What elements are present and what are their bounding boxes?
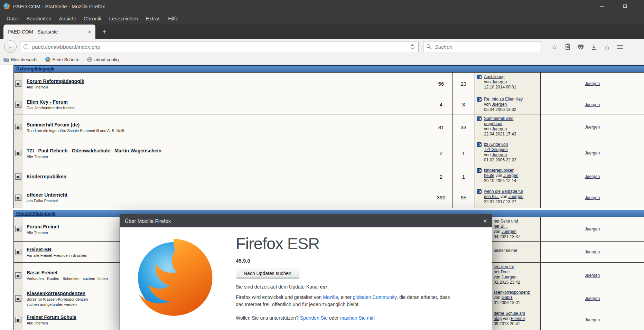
firefox-app-icon bbox=[3, 3, 10, 9]
last-post-topic-link[interactable]: tzi /Ende von bbox=[484, 142, 508, 147]
forum-link[interactable]: Freinet-BR bbox=[27, 247, 52, 252]
moderator-link[interactable]: Juergen bbox=[585, 249, 600, 254]
last-post-topic-link[interactable]: derne Schule am bbox=[494, 311, 525, 316]
forum-link[interactable]: TZI - Paul Geheeb - Odenwaldschule - Mar… bbox=[27, 148, 161, 153]
moderator-link[interactable]: Juergen bbox=[585, 102, 600, 107]
goto-last-post-icon[interactable] bbox=[477, 168, 482, 173]
url-input[interactable] bbox=[31, 44, 410, 50]
open-menu-button[interactable] bbox=[614, 39, 627, 55]
moderator-link[interactable]: Juergen bbox=[585, 125, 600, 130]
get-involved-link[interactable]: machen Sie mit! bbox=[340, 315, 375, 321]
bookmark-star-button[interactable]: ☆ bbox=[548, 39, 561, 55]
search-input[interactable] bbox=[434, 44, 538, 50]
minimize-button[interactable] bbox=[594, 0, 610, 12]
goto-last-post-icon[interactable] bbox=[477, 189, 482, 194]
last-post-topic-link[interactable]: umgebaut bbox=[484, 121, 502, 126]
moderator-link[interactable]: Juergen bbox=[585, 273, 600, 278]
last-post-topic-link[interactable]: heute bbox=[484, 173, 494, 178]
downloads-button[interactable] bbox=[587, 39, 600, 55]
url-bar[interactable] bbox=[20, 41, 419, 52]
new-tab-button[interactable]: + bbox=[99, 27, 110, 37]
forum-description: Alle Themen bbox=[27, 85, 426, 89]
bookmark-about-config[interactable]: about:config bbox=[87, 57, 119, 62]
goto-last-post-icon[interactable] bbox=[477, 75, 482, 79]
menu-lesezeichen[interactable]: Lesezeichen bbox=[105, 12, 142, 25]
window-title: PAED.COM - Startseite - Mozilla Firefox bbox=[13, 3, 105, 9]
menu-ansicht[interactable]: Ansicht bbox=[55, 12, 80, 25]
last-post-topic-link[interactable]: net-Druc... bbox=[494, 270, 513, 274]
last-post-author-link[interactable]: Etienne bbox=[511, 316, 525, 321]
global-community-link[interactable]: globalen Community bbox=[353, 294, 397, 300]
back-button[interactable]: ← bbox=[4, 40, 17, 53]
last-post-topic-link[interactable]: wenn die Beiträge für bbox=[484, 189, 523, 194]
goto-last-post-icon[interactable] bbox=[477, 97, 482, 102]
bookmark-meistbesucht[interactable]: Meistbesucht bbox=[3, 57, 38, 62]
last-post-topic-link[interactable]: terialien für bbox=[494, 264, 514, 269]
forum-link[interactable]: offener Unterricht bbox=[27, 192, 67, 198]
forum-link[interactable]: Ellen Key - Forum bbox=[27, 99, 68, 105]
tab-bar: PAED.COM - Startseite × + bbox=[0, 25, 644, 39]
forum-link[interactable]: Summerhill Forum (de) bbox=[27, 122, 80, 128]
maximize-button[interactable] bbox=[617, 0, 633, 12]
menu-hilfe[interactable]: Hilfe bbox=[164, 12, 182, 25]
reload-icon[interactable] bbox=[410, 44, 416, 50]
moderator-link[interactable]: Juergen bbox=[585, 318, 600, 322]
moderator-link[interactable]: Juergen bbox=[585, 81, 600, 86]
last-post-topic-link[interactable]: ntag bbox=[494, 316, 502, 321]
menu-chronik[interactable]: Chronik bbox=[80, 12, 105, 25]
last-post-topic-link[interactable]: den Kr... bbox=[484, 194, 500, 199]
last-post-topic-link[interactable]: kinderrepubliken bbox=[484, 168, 514, 173]
forum-link[interactable]: Klassenkorrespondenzen bbox=[27, 291, 85, 296]
forum-link[interactable]: Kinderrepubliken bbox=[27, 174, 66, 179]
home-button[interactable]: ⌂ bbox=[600, 39, 614, 55]
search-icon bbox=[426, 44, 432, 49]
last-post-author-link[interactable]: Juergen bbox=[492, 152, 507, 157]
pocket-button[interactable] bbox=[574, 39, 587, 55]
goto-last-post-icon[interactable] bbox=[477, 142, 482, 147]
check-updates-button[interactable]: Nach Updates suchen bbox=[236, 268, 299, 279]
last-post-author-link[interactable]: Juergen bbox=[492, 126, 507, 131]
bookmarks-panel-button[interactable] bbox=[561, 39, 574, 55]
moderator-link[interactable]: Juergen bbox=[585, 296, 600, 301]
update-channel-text: Sie sind derzeit auf dem Update-Kanal es… bbox=[236, 284, 478, 290]
forum-link[interactable]: Basar Freinet bbox=[27, 270, 57, 275]
last-post-topic-link[interactable]: Re: Info zu Ellen Key bbox=[484, 97, 523, 102]
last-post-author-link[interactable]: Juergen bbox=[492, 79, 507, 84]
last-post-topic-link[interactable]: Ausbildung bbox=[484, 74, 504, 79]
tab-close-icon[interactable]: × bbox=[88, 29, 91, 35]
last-post-topic-link[interactable]: ssenkorrespondenz bbox=[494, 290, 530, 295]
tab-active[interactable]: PAED.COM - Startseite × bbox=[3, 25, 95, 39]
bookmark-erste-schritte[interactable]: Erste Schritte bbox=[45, 57, 80, 62]
moderator-link[interactable]: Juergen bbox=[585, 227, 600, 232]
moderator-link[interactable]: Juergen bbox=[585, 195, 600, 200]
menu-bearbeiten[interactable]: Bearbeiten bbox=[22, 12, 55, 25]
last-post-author-link[interactable]: Gabi1 bbox=[502, 295, 513, 300]
search-bar[interactable] bbox=[423, 41, 541, 52]
last-post-topic-link[interactable]: Summerhill wird bbox=[484, 116, 513, 121]
last-post-author-link[interactable]: Juergen bbox=[492, 102, 507, 107]
site-info-icon[interactable] bbox=[23, 44, 29, 49]
last-post-author-link[interactable]: Juergen bbox=[502, 229, 516, 234]
category-link[interactable]: Freinet-Pädagogik bbox=[16, 211, 55, 216]
forum-link[interactable]: Forum Reformpädagogik bbox=[27, 78, 84, 84]
category-link[interactable]: Reformpädagogik bbox=[16, 66, 55, 72]
forum-row: Forum Reformpädagogik Alle Themen 56 23 … bbox=[14, 73, 644, 95]
last-post-author-link[interactable]: Juergen bbox=[502, 275, 516, 280]
forum-link[interactable]: Freinet Forum Schule bbox=[27, 314, 76, 320]
forum-link[interactable]: Forum Freinet bbox=[27, 224, 59, 229]
goto-last-post-icon[interactable] bbox=[477, 116, 482, 121]
menu-extras[interactable]: Extras bbox=[142, 12, 165, 25]
last-post-author-link[interactable]: Juergen bbox=[508, 194, 523, 199]
menu-bar: Datei Bearbeiten Ansicht Chronik Lesezei… bbox=[0, 12, 644, 25]
moderator-link[interactable]: Juergen bbox=[585, 174, 600, 179]
dialog-close-icon[interactable]: × bbox=[483, 217, 487, 224]
mozilla-link[interactable]: Mozilla bbox=[323, 294, 338, 300]
last-post-topic-link[interactable]: TZI-Gruppen bbox=[484, 147, 508, 152]
last-post-topic-link[interactable]: net Seite und bbox=[494, 219, 518, 224]
moderator-link[interactable]: Juergen bbox=[585, 151, 600, 155]
last-post-author-link[interactable]: Juergen bbox=[503, 173, 518, 178]
last-post-topic-link[interactable]: net Bl... bbox=[494, 224, 508, 229]
donate-link[interactable]: Spenden Sie bbox=[300, 315, 328, 321]
dialog-titlebar[interactable]: Über Mozilla Firefox × bbox=[120, 214, 492, 227]
menu-datei[interactable]: Datei bbox=[3, 12, 22, 25]
